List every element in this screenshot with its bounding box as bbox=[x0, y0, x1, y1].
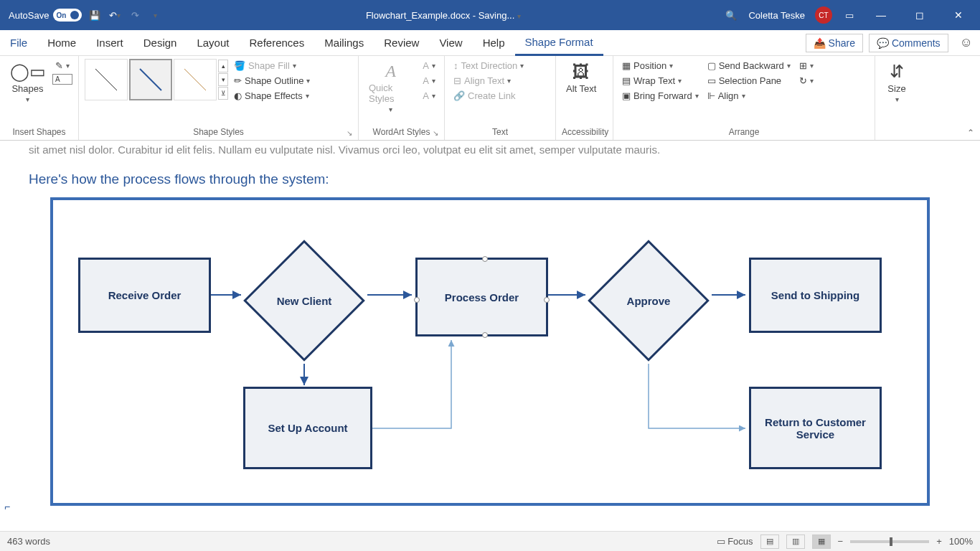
tab-home[interactable]: Home bbox=[37, 30, 86, 56]
shape-new-client[interactable]: New Client bbox=[261, 258, 347, 344]
maximize-button[interactable]: ◻ bbox=[905, 0, 934, 30]
focus-mode-button[interactable]: ▭ Focus bbox=[717, 536, 753, 547]
shapes-button[interactable]: ◯▭ Shapes▾ bbox=[6, 59, 50, 106]
group-insert-shapes: Insert Shapes bbox=[6, 126, 72, 138]
feedback-icon[interactable]: ☺ bbox=[960, 35, 973, 50]
shape-setup-account[interactable]: Set Up Account bbox=[243, 387, 372, 469]
group-button[interactable]: ⊞▾ bbox=[796, 59, 816, 72]
align-button[interactable]: ⊩ Align▾ bbox=[705, 89, 793, 103]
print-layout-button[interactable]: ▥ bbox=[786, 534, 805, 549]
shape-return-cs[interactable]: Return to Customer Service bbox=[749, 387, 882, 469]
gallery-down-icon[interactable]: ▾ bbox=[218, 73, 228, 86]
tab-insert[interactable]: Insert bbox=[86, 30, 133, 56]
undo-icon[interactable]: ↶▾ bbox=[108, 8, 122, 22]
svg-line-1 bbox=[140, 69, 161, 90]
edit-shape-button[interactable]: ✎▾ bbox=[52, 59, 72, 72]
align-text-button[interactable]: ⊟ Align Text▾ bbox=[451, 74, 527, 88]
quick-styles-button[interactable]: A Quick Styles▾ bbox=[364, 59, 417, 116]
read-mode-button[interactable]: ▤ bbox=[760, 534, 779, 549]
shape-receive-order[interactable]: Receive Order bbox=[78, 258, 211, 333]
wordart-icon: A bbox=[385, 62, 396, 81]
text-effects-button[interactable]: A▾ bbox=[420, 89, 438, 103]
ribbon-tabs: File Home Insert Design Layout Reference… bbox=[0, 30, 980, 56]
save-icon[interactable]: 💾 bbox=[88, 8, 102, 22]
send-backward-button[interactable]: ▢ Send Backward ▾ bbox=[705, 59, 793, 72]
tab-file[interactable]: File bbox=[0, 30, 37, 56]
tab-shape-format[interactable]: Shape Format bbox=[515, 30, 603, 56]
svg-line-0 bbox=[95, 69, 117, 90]
tab-help[interactable]: Help bbox=[473, 30, 515, 56]
shape-send-shipping[interactable]: Send to Shipping bbox=[749, 258, 882, 333]
tab-view[interactable]: View bbox=[429, 30, 472, 56]
ribbon-display-icon[interactable]: ▭ bbox=[842, 8, 857, 22]
fill-icon: 🪣 bbox=[234, 60, 245, 71]
group-text: Text bbox=[451, 126, 550, 138]
selection-pane-button[interactable]: ▭ Selection Pane bbox=[705, 74, 793, 88]
position-button[interactable]: ▦ Position▾ bbox=[619, 59, 702, 72]
qat-customize-icon[interactable]: ▾ bbox=[148, 8, 162, 22]
bring-forward-button[interactable]: ▣ Bring Forward ▾ bbox=[619, 89, 702, 103]
text-direction-button[interactable]: ↕ Text Direction▾ bbox=[451, 59, 527, 72]
alt-text-button[interactable]: 🖼 Alt Text bbox=[562, 59, 600, 97]
tab-layout[interactable]: Layout bbox=[187, 30, 239, 56]
collapse-ribbon-icon[interactable]: ⌃ bbox=[967, 128, 974, 138]
shape-style-gallery[interactable]: ▴▾⊻ bbox=[85, 59, 228, 100]
autosave-toggle[interactable]: AutoSave On bbox=[9, 9, 82, 22]
shape-process-order[interactable]: Process Order bbox=[415, 258, 548, 336]
cursor-indicator-icon: ⌐ bbox=[4, 501, 10, 512]
rotate-button[interactable]: ↻▾ bbox=[796, 74, 816, 88]
share-button[interactable]: 📤 Share bbox=[806, 34, 863, 52]
shape-outline-button[interactable]: ✏Shape Outline▾ bbox=[231, 74, 313, 88]
user-name[interactable]: Coletta Teske bbox=[748, 10, 805, 21]
gallery-more-icon[interactable]: ⊻ bbox=[218, 87, 228, 100]
user-avatar[interactable]: CT bbox=[815, 6, 832, 24]
comments-button[interactable]: 💬 Comments bbox=[869, 34, 948, 52]
search-icon[interactable]: 🔍 bbox=[724, 8, 738, 22]
zoom-out-button[interactable]: − bbox=[838, 536, 844, 547]
group-shape-styles: Shape Styles↘ bbox=[85, 126, 352, 138]
wrap-text-button[interactable]: ▤ Wrap Text▾ bbox=[619, 74, 702, 88]
heading-text: Here's how the process flows through the… bbox=[0, 159, 980, 193]
body-text: sit amet nisl dolor. Curabitur id elit f… bbox=[0, 141, 980, 159]
zoom-in-button[interactable]: + bbox=[936, 536, 942, 547]
shapes-icon: ◯▭ bbox=[10, 62, 46, 82]
group-accessibility: Accessibility bbox=[562, 126, 607, 138]
ribbon-content: ◯▭ Shapes▾ ✎▾ A Insert Shapes ▴▾⊻ 🪣Shape… bbox=[0, 56, 980, 141]
dialog-launcher-icon[interactable]: ↘ bbox=[347, 129, 352, 137]
close-button[interactable]: ✕ bbox=[944, 0, 973, 30]
dialog-launcher-icon[interactable]: ↘ bbox=[433, 129, 438, 137]
group-wordart-styles: WordArt Styles↘ bbox=[364, 126, 438, 138]
shape-approve[interactable]: Approve bbox=[606, 258, 692, 344]
svg-line-2 bbox=[184, 69, 206, 90]
text-fill-button[interactable]: A▾ bbox=[420, 59, 438, 72]
text-outline-button[interactable]: A▾ bbox=[420, 74, 438, 88]
minimize-button[interactable]: — bbox=[867, 0, 895, 30]
create-link-button[interactable]: 🔗 Create Link bbox=[451, 89, 527, 103]
gallery-up-icon[interactable]: ▴ bbox=[218, 60, 228, 72]
web-layout-button[interactable]: ▦ bbox=[812, 534, 831, 549]
status-bar: 463 words ▭ Focus ▤ ▥ ▦ − + 100% bbox=[0, 531, 980, 551]
zoom-level[interactable]: 100% bbox=[949, 536, 973, 547]
document-title: Flowchart_Example.docx - Saving... bbox=[366, 10, 514, 21]
autosave-label: AutoSave bbox=[9, 10, 49, 21]
size-icon: ⇵ bbox=[890, 62, 904, 82]
tab-design[interactable]: Design bbox=[133, 30, 187, 56]
redo-icon[interactable]: ↷ bbox=[128, 8, 142, 22]
shape-effects-button[interactable]: ◐Shape Effects▾ bbox=[231, 89, 313, 103]
shape-fill-button[interactable]: 🪣Shape Fill▾ bbox=[231, 59, 313, 72]
alt-text-icon: 🖼 bbox=[573, 62, 590, 82]
tab-review[interactable]: Review bbox=[374, 30, 429, 56]
group-arrange: Arrange bbox=[619, 126, 869, 138]
outline-icon: ✏ bbox=[234, 75, 242, 86]
effects-icon: ◐ bbox=[234, 90, 242, 101]
size-button[interactable]: ⇵ Size▾ bbox=[881, 59, 913, 106]
tab-references[interactable]: References bbox=[239, 30, 314, 56]
title-bar: AutoSave On 💾 ↶▾ ↷ ▾ Flowchart_Example.d… bbox=[0, 0, 980, 30]
title-dropdown-icon[interactable]: ▾ bbox=[517, 12, 521, 20]
zoom-slider[interactable] bbox=[850, 540, 929, 543]
drawing-canvas[interactable]: Receive Order New Client Process Order A… bbox=[50, 197, 930, 506]
tab-mailings[interactable]: Mailings bbox=[314, 30, 374, 56]
word-count[interactable]: 463 words bbox=[7, 536, 50, 547]
text-box-button[interactable]: A bbox=[52, 74, 72, 85]
document-area[interactable]: sit amet nisl dolor. Curabitur id elit f… bbox=[0, 141, 980, 531]
